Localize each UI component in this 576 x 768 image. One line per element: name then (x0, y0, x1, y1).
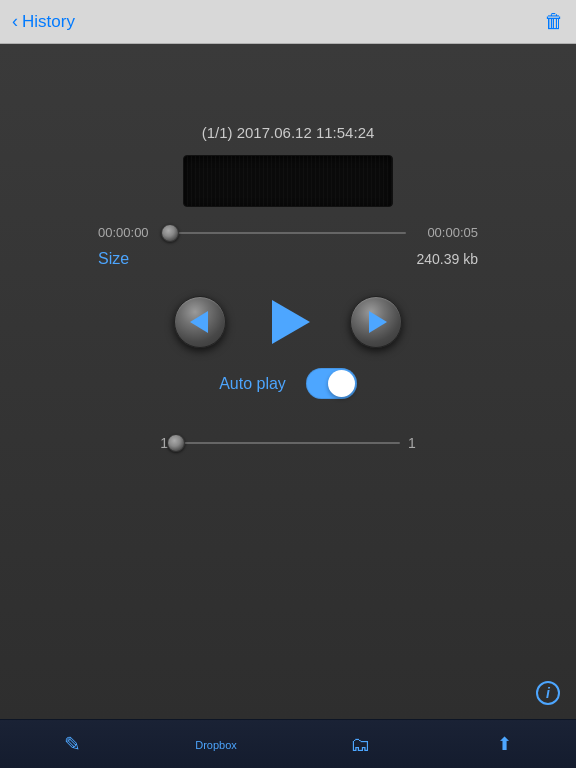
tab-folder[interactable]: 🗂 (288, 720, 432, 768)
player-area: (1/1) 2017.06.12 11:54:24 00:00:00 00:00… (0, 44, 576, 451)
next-arrow-icon (369, 311, 387, 333)
tab-edit[interactable]: ✎ (0, 720, 144, 768)
seek-track[interactable] (170, 232, 406, 234)
record-count-right: 1 (408, 435, 438, 451)
record-thumb[interactable] (167, 434, 185, 452)
record-track[interactable] (176, 442, 400, 444)
prev-arrow-icon (190, 311, 208, 333)
back-chevron-icon: ‹ (12, 11, 18, 32)
recording-info: (1/1) 2017.06.12 11:54:24 (202, 124, 375, 141)
info-button[interactable]: i (536, 681, 560, 705)
nav-title: History (22, 12, 75, 32)
time-end: 00:00:05 (406, 225, 478, 240)
nav-back-button[interactable]: ‹ History (12, 11, 75, 32)
autoplay-label: Auto play (219, 375, 286, 393)
nav-bar: ‹ History 🗑 (0, 0, 576, 44)
next-button[interactable] (350, 296, 402, 348)
controls-row (174, 296, 402, 348)
time-start: 00:00:00 (98, 225, 170, 240)
record-count-left: 1 (138, 435, 168, 451)
autoplay-row: Auto play (219, 368, 357, 399)
tab-bar: ✎ Dropbox 🗂 ⬆ (0, 719, 576, 768)
record-slider-row: 1 1 (138, 435, 438, 451)
seek-row: 00:00:00 00:00:05 (98, 225, 478, 240)
tab-dropbox[interactable]: Dropbox (144, 720, 288, 768)
play-icon (272, 300, 310, 344)
size-row: Size 240.39 kb (98, 250, 478, 268)
folder-icon: 🗂 (350, 733, 370, 756)
edit-icon: ✎ (64, 732, 81, 756)
play-button[interactable] (262, 296, 314, 348)
tab-share[interactable]: ⬆ (432, 720, 576, 768)
size-label: Size (98, 250, 129, 268)
seek-thumb[interactable] (161, 224, 179, 242)
waveform-display (183, 155, 393, 207)
trash-button[interactable]: 🗑 (544, 10, 564, 33)
main-content: (1/1) 2017.06.12 11:54:24 00:00:00 00:00… (0, 44, 576, 719)
autoplay-toggle[interactable] (306, 368, 357, 399)
prev-button[interactable] (174, 296, 226, 348)
size-value: 240.39 kb (417, 251, 479, 267)
share-icon: ⬆ (497, 733, 512, 755)
dropbox-label: Dropbox (195, 739, 237, 751)
